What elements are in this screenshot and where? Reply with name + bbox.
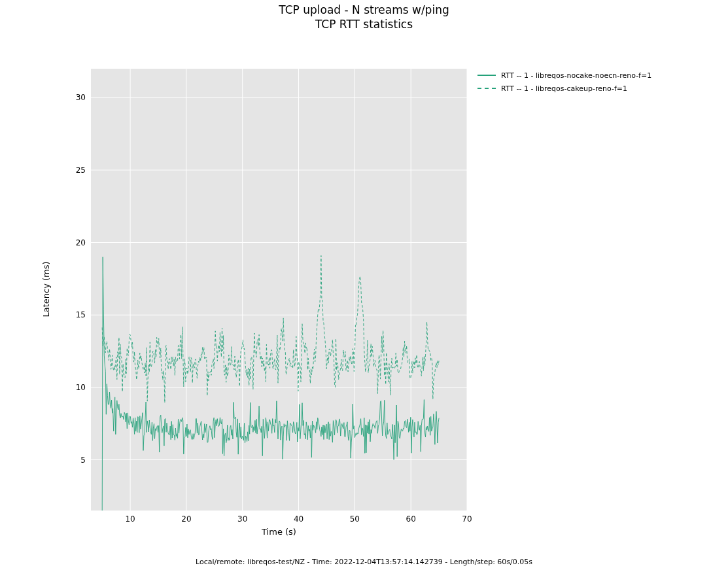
series-line xyxy=(102,257,439,511)
legend-label: RTT -- 1 - libreqos-cakeup-reno-f=1 xyxy=(501,84,627,93)
chart-title: TCP upload - N streams w/ping xyxy=(0,3,728,16)
legend-item: RTT -- 1 - libreqos-nocake-noecn-reno-f=… xyxy=(477,69,651,82)
y-axis-label: Latency (ms) xyxy=(41,261,51,317)
plot-area xyxy=(91,69,467,511)
y-tick: 30 xyxy=(66,93,86,102)
x-tick: 60 xyxy=(406,514,416,524)
x-axis-label: Time (s) xyxy=(91,527,467,537)
y-tick: 20 xyxy=(66,238,86,247)
legend-item: RTT -- 1 - libreqos-cakeup-reno-f=1 xyxy=(477,82,651,95)
chart-footer: Local/remote: libreqos-test/NZ - Time: 2… xyxy=(0,558,728,566)
chart-subtitle: TCP RTT statistics xyxy=(0,18,728,31)
y-tick: 15 xyxy=(66,310,86,319)
y-tick: 25 xyxy=(66,166,86,175)
legend-label: RTT -- 1 - libreqos-nocake-noecn-reno-f=… xyxy=(501,71,651,80)
series-line xyxy=(102,256,439,403)
x-tick: 30 xyxy=(237,514,247,524)
legend: RTT -- 1 - libreqos-nocake-noecn-reno-f=… xyxy=(477,69,651,95)
x-tick: 20 xyxy=(181,514,191,524)
legend-swatch-dashed-icon xyxy=(477,84,496,93)
x-tick: 10 xyxy=(125,514,135,524)
legend-swatch-solid-icon xyxy=(477,71,496,80)
x-tick: 50 xyxy=(350,514,360,524)
chart-svg xyxy=(91,69,467,511)
x-tick: 40 xyxy=(294,514,303,524)
x-tick: 70 xyxy=(462,514,472,524)
y-tick: 10 xyxy=(66,383,86,392)
y-tick: 5 xyxy=(66,456,86,465)
